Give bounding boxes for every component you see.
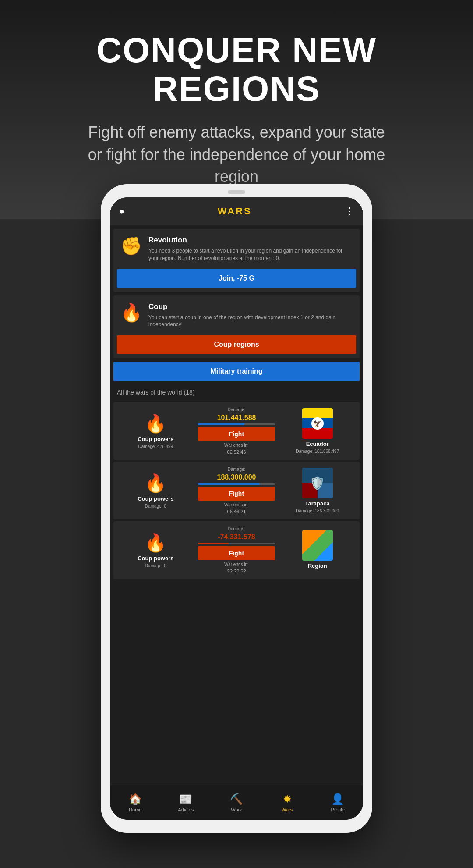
profile-icon: 👤: [331, 793, 344, 805]
war-left-side-3: 🔥 Coup powers Damage: 0: [117, 533, 194, 568]
war-left-damage-1: Damage: 426.899: [138, 444, 173, 449]
articles-icon: 📰: [179, 793, 192, 805]
fight-button-2[interactable]: Fight: [198, 487, 275, 501]
coup-description: You can start a coup in one of the regio…: [148, 314, 353, 329]
war-right-damage-1: Damage: 101.868.497: [296, 449, 339, 454]
app-header: ● Wars ⋮: [110, 197, 363, 225]
war-ends-label-2: War ends in:: [224, 502, 249, 507]
damage-label-3: Damage:: [228, 526, 246, 531]
fight-button-1[interactable]: Fight: [198, 427, 275, 441]
search-icon[interactable]: ●: [119, 206, 124, 217]
ecuador-flag: 🦅: [302, 408, 333, 439]
revolution-icon: ✊: [120, 236, 142, 256]
nav-profile[interactable]: 👤 Profile: [312, 793, 363, 812]
fight-button-3[interactable]: Fight: [198, 546, 275, 560]
home-icon: 🏠: [129, 793, 142, 805]
war-right-name-1: Ecuador: [306, 441, 329, 447]
coup-card: 🔥 Coup You can start a coup in one of th…: [113, 295, 360, 359]
war-left-name-1: Coup powers: [138, 436, 173, 442]
war-ends-time-2: 06:46:21: [227, 509, 246, 514]
phone-speaker: [228, 190, 245, 194]
nav-home[interactable]: 🏠 Home: [110, 793, 161, 812]
war-ends-time-3: ??:??:??: [227, 569, 246, 574]
war-center-1: Damage: 101.441.588 Fight War ends in: 0…: [198, 407, 275, 455]
revolution-description: You need 3 people to start a revolution …: [148, 247, 353, 262]
coup-regions-button[interactable]: Coup regions: [117, 335, 356, 354]
war-right-side-3: Region: [279, 530, 356, 571]
war-right-damage-2: Damage: 186.300.000: [296, 509, 339, 513]
work-icon: ⛏️: [230, 793, 243, 805]
war-ends-label-3: War ends in:: [224, 562, 249, 567]
damage-value-3: -74.331.578: [218, 533, 255, 541]
war-center-3: Damage: -74.331.578 Fight War ends in: ?…: [198, 526, 275, 574]
revolution-title: Revolution: [148, 236, 353, 245]
app-title: Wars: [218, 206, 252, 217]
phone-screen: ● Wars ⋮ ✊ Revolution You need 3 people …: [110, 197, 363, 820]
wars-list: 🔥 Coup powers Damage: 426.899 Damage: 10…: [110, 398, 363, 583]
war-ends-label-1: War ends in:: [224, 443, 249, 448]
nav-articles[interactable]: 📰 Articles: [161, 793, 212, 812]
coup-powers-icon-2: 🔥: [145, 473, 166, 494]
more-options-icon[interactable]: ⋮: [345, 206, 354, 217]
damage-label-2: Damage:: [228, 467, 246, 472]
nav-home-label: Home: [129, 807, 141, 812]
coup-icon: 🔥: [120, 302, 142, 323]
coup-powers-icon-1: 🔥: [145, 413, 166, 434]
wars-icon: ✸: [283, 793, 292, 805]
bottom-navigation: 🏠 Home 📰 Articles ⛏️ Work ✸ Wars 👤 Profi…: [110, 785, 363, 820]
nav-wars-label: Wars: [282, 807, 293, 812]
nav-work[interactable]: ⛏️ Work: [211, 793, 262, 812]
war-left-name-2: Coup powers: [138, 495, 173, 502]
war-left-side-2: 🔥 Coup powers Damage: 0: [117, 473, 194, 509]
damage-value-2: 188.300.000: [217, 473, 256, 481]
war-left-damage-3: Damage: 0: [145, 563, 166, 568]
nav-profile-label: Profile: [331, 807, 345, 812]
war-right-name-3: Region: [308, 562, 327, 569]
war-center-2: Damage: 188.300.000 Fight War ends in: 0…: [198, 467, 275, 514]
damage-value-1: 101.441.588: [217, 414, 256, 422]
war-right-name-2: Tarapacá: [305, 500, 330, 507]
military-training-button[interactable]: Military training: [113, 362, 360, 381]
war-right-side-1: 🦅 Ecuador Damage: 101.868.497: [279, 408, 356, 454]
hero-subtitle: Fight off enemy attacks, expand your sta…: [83, 121, 390, 188]
damage-label-1: Damage:: [228, 407, 246, 412]
table-row: 🔥 Coup powers Damage: 426.899 Damage: 10…: [113, 402, 360, 460]
nav-articles-label: Articles: [178, 807, 194, 812]
wars-section-header: All the wars of the world (18): [110, 384, 363, 398]
join-revolution-button[interactable]: Join, -75 G: [117, 269, 356, 288]
hero-title: Conquer New Regions: [18, 31, 455, 108]
app-content[interactable]: ✊ Revolution You need 3 people to start …: [110, 225, 363, 785]
phone-frame: ● Wars ⋮ ✊ Revolution You need 3 people …: [101, 184, 372, 833]
war-ends-time-1: 02:52:46: [227, 449, 246, 455]
map-flag: [302, 530, 333, 561]
coup-title: Coup: [148, 302, 353, 311]
tarapaca-flag: 🛡️: [302, 468, 333, 498]
war-right-side-2: 🛡️ Tarapacá Damage: 186.300.000: [279, 468, 356, 513]
war-left-damage-2: Damage: 0: [145, 504, 166, 509]
table-row: 🔥 Coup powers Damage: 0 Damage: -74.331.…: [113, 521, 360, 579]
coup-powers-icon-3: 🔥: [145, 533, 166, 553]
nav-wars[interactable]: ✸ Wars: [262, 793, 313, 812]
table-row: 🔥 Coup powers Damage: 0 Damage: 188.300.…: [113, 462, 360, 519]
war-left-side: 🔥 Coup powers Damage: 426.899: [117, 413, 194, 449]
revolution-card: ✊ Revolution You need 3 people to start …: [113, 229, 360, 292]
ecuador-emblem: 🦅: [311, 417, 324, 430]
nav-work-label: Work: [231, 807, 242, 812]
war-left-name-3: Coup powers: [138, 555, 173, 562]
